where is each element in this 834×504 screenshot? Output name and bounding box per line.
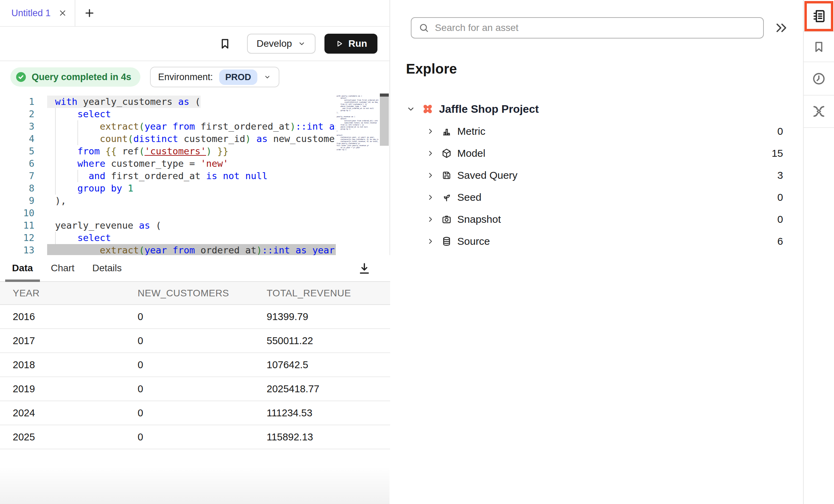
tree-item-seed[interactable]: Seed 0: [406, 186, 784, 208]
results-tab-details[interactable]: Details: [85, 255, 129, 281]
download-icon[interactable]: [357, 261, 372, 276]
tree-item-count: 0: [777, 125, 784, 137]
table-cell: 111234.53: [267, 401, 390, 425]
line-number: 10: [0, 207, 34, 219]
query-status-badge: Query completed in 4s: [10, 67, 140, 87]
tree-item-source[interactable]: Source 6: [406, 230, 784, 252]
rail-divider: [804, 127, 834, 128]
environment-value-badge: PROD: [219, 69, 257, 85]
tree-item-label: Seed: [457, 191, 481, 203]
rail-bookmarks-button[interactable]: [804, 32, 834, 62]
chevron-right-icon[interactable]: [426, 127, 435, 136]
editor-minimap[interactable]: with yearly_customers as ( select extrac…: [336, 95, 378, 239]
sql-code-editor[interactable]: 12345678910111213 with yearly_customers …: [0, 93, 389, 255]
chevron-down-icon[interactable]: [406, 104, 416, 114]
code-line-12[interactable]: select: [47, 232, 336, 244]
asset-search-box[interactable]: [411, 17, 764, 39]
tree-item-label: Model: [457, 147, 485, 159]
status-row: Query completed in 4s Environment: PROD: [0, 61, 389, 93]
table-row[interactable]: 20180107642.5: [0, 353, 390, 377]
chevron-right-icon[interactable]: [426, 171, 435, 180]
table-cell: 0: [138, 353, 267, 377]
code-line-1[interactable]: with yearly_customers as (: [47, 96, 336, 108]
line-number: 3: [0, 120, 34, 133]
tree-item-label: Metric: [457, 125, 485, 137]
table-cell: 0: [138, 305, 267, 329]
code-line-8[interactable]: group by 1: [47, 182, 336, 195]
saved-query-icon: [441, 170, 452, 181]
app-window: Untitled 1 Develop Run Query completed i…: [0, 0, 834, 504]
code-line-3[interactable]: extract(year from first_ordered_at)::int…: [47, 120, 336, 133]
develop-button-label: Develop: [257, 38, 292, 49]
line-number: 4: [0, 133, 34, 145]
tree-item-count: 0: [777, 213, 784, 225]
chevron-right-icon[interactable]: [426, 149, 435, 158]
table-row[interactable]: 2016091399.79: [0, 305, 390, 329]
environment-label: Environment:: [158, 72, 213, 83]
bookmark-icon[interactable]: [218, 37, 232, 50]
notebook-icon: [811, 9, 826, 24]
code-line-10[interactable]: [47, 207, 336, 219]
run-button-label: Run: [349, 38, 367, 49]
editor-scrollbar[interactable]: [380, 94, 389, 146]
results-table-body: 2016091399.7920170550011.2220180107642.5…: [0, 305, 390, 449]
editor-code-lines: with yearly_customers as ( select extrac…: [47, 96, 336, 255]
editor-scrollbar-thumb[interactable]: [380, 94, 389, 97]
rail-catalog-button[interactable]: [804, 1, 833, 31]
table-row[interactable]: 20170550011.22: [0, 329, 390, 353]
table-row[interactable]: 20240111234.53: [0, 401, 390, 425]
line-number: 9: [0, 195, 34, 207]
line-number: 1: [0, 96, 34, 108]
chevron-down-icon: [264, 73, 271, 81]
asset-search-row: [411, 17, 806, 39]
tree-project-row[interactable]: Jaffle Shop Project: [406, 98, 784, 120]
code-line-4[interactable]: count(distinct customer_id) as new_custo…: [47, 133, 336, 145]
results-panel: DataChartDetails YEARNEW_CUSTOMERSTOTAL_…: [0, 255, 390, 504]
tree-item-label: Source: [457, 235, 490, 247]
code-line-13[interactable]: extract(year from ordered_at)::int as ye…: [47, 244, 336, 255]
tree-item-model[interactable]: Model 15: [406, 142, 784, 164]
results-tab-data[interactable]: Data: [4, 255, 41, 281]
code-line-2[interactable]: select: [47, 108, 336, 120]
play-icon: [335, 39, 344, 48]
run-button[interactable]: Run: [324, 34, 377, 54]
tab-untitled-1[interactable]: Untitled 1: [0, 0, 75, 26]
tree-item-metric[interactable]: Metric 0: [406, 120, 784, 142]
table-cell: 2019: [0, 377, 138, 401]
code-line-11[interactable]: yearly_revenue as (: [47, 219, 336, 232]
seed-icon: [441, 192, 452, 203]
tree-item-count: 15: [772, 147, 784, 159]
rail-history-button[interactable]: [804, 62, 834, 95]
rail-dbt-button[interactable]: [804, 96, 834, 127]
tab-title: Untitled 1: [11, 8, 51, 19]
code-line-7[interactable]: and first_ordered_at is not null: [47, 170, 336, 182]
table-row[interactable]: 20250115892.13: [0, 425, 390, 449]
table-row[interactable]: 201902025418.77: [0, 377, 390, 401]
environment-selector[interactable]: Environment: PROD: [150, 67, 279, 87]
chevron-right-icon[interactable]: [426, 215, 435, 224]
develop-button[interactable]: Develop: [247, 34, 316, 54]
table-cell: 107642.5: [267, 353, 390, 377]
line-number: 7: [0, 170, 34, 182]
code-line-9[interactable]: ),: [47, 195, 336, 207]
code-line-6[interactable]: where customer_type = 'new': [47, 157, 336, 170]
explore-tree: Jaffle Shop Project Metric 0 Model 15 Sa…: [406, 98, 784, 252]
close-tab-icon[interactable]: [58, 9, 67, 18]
table-cell: 0: [138, 401, 267, 425]
results-table: YEARNEW_CUSTOMERSTOTAL_REVENUE 201609139…: [0, 282, 390, 449]
tree-item-count: 6: [777, 235, 784, 247]
line-number: 2: [0, 108, 34, 120]
line-number: 8: [0, 182, 34, 195]
chevron-right-icon[interactable]: [426, 237, 435, 246]
new-tab-button[interactable]: [84, 7, 95, 19]
chevron-right-icon[interactable]: [426, 193, 435, 202]
tree-item-saved-query[interactable]: Saved Query 3: [406, 164, 784, 186]
editor-panel: Untitled 1 Develop Run Query completed i…: [0, 0, 390, 504]
results-tab-chart[interactable]: Chart: [43, 255, 82, 281]
asset-search-input[interactable]: [435, 22, 763, 33]
tree-item-snapshot[interactable]: Snapshot 0: [406, 208, 784, 230]
code-line-5[interactable]: from {{ ref('customers') }}: [47, 145, 336, 157]
line-number: 6: [0, 157, 34, 170]
editor-tabbar: Untitled 1: [0, 0, 389, 27]
collapse-panel-icon[interactable]: [774, 21, 789, 35]
